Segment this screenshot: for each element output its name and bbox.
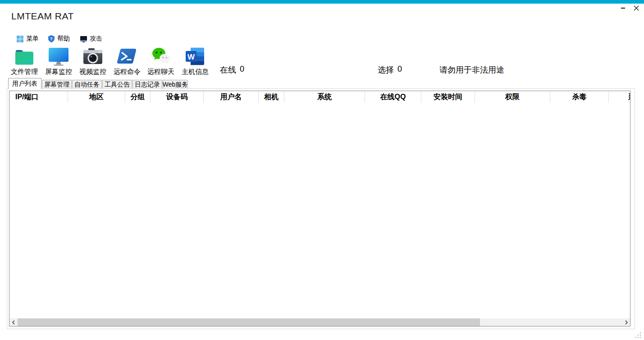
resize-grip-icon[interactable] <box>635 332 641 338</box>
user-list-table: IP/端口 地区 分组 设备码 用户名 相机 系统 在线QQ 安装时间 权限 杀… <box>9 91 630 326</box>
table-body-empty <box>9 103 630 318</box>
folder-icon <box>14 46 35 67</box>
column-header-camera[interactable]: 相机 <box>259 91 284 103</box>
toolbar-video-monitor-button[interactable]: 视频监控 <box>78 46 107 75</box>
scrollbar-thumb[interactable] <box>18 318 480 326</box>
scroll-left-button[interactable] <box>9 318 17 326</box>
column-header-region[interactable]: 地区 <box>68 91 125 103</box>
monitor-icon <box>48 46 69 67</box>
windows-logo-icon <box>16 35 24 42</box>
tab-label: 用户列表 <box>12 80 37 88</box>
horizontal-scrollbar[interactable] <box>9 318 630 326</box>
menu-item-attack[interactable]: 攻击 <box>80 34 102 43</box>
toolbar-host-info-button[interactable]: W 主机信息 <box>181 46 210 75</box>
toolbar-item-label: 屏幕监控 <box>45 68 72 75</box>
close-icon <box>634 5 639 11</box>
menu-item-label: 攻击 <box>90 35 102 43</box>
toolbar-item-label: 主机信息 <box>182 68 209 75</box>
column-header-online-qq[interactable]: 在线QQ <box>365 91 421 103</box>
tab-label: 自动任务 <box>74 81 100 89</box>
window-controls <box>618 4 641 13</box>
toolbar-screen-monitor-button[interactable]: 屏幕监控 <box>44 46 73 75</box>
selected-status: 选择 0 <box>378 64 402 75</box>
online-label: 在线 <box>220 64 236 75</box>
tab-log[interactable]: 日志记录 <box>132 80 162 89</box>
tab-user-list[interactable]: 用户列表 <box>8 78 41 89</box>
tab-label: Web服务 <box>163 81 188 89</box>
scroll-right-button[interactable] <box>622 318 630 326</box>
menu-item-label: 帮助 <box>57 35 70 43</box>
column-header-latency[interactable]: 延迟 <box>609 91 630 103</box>
tab-label: 工具公告 <box>105 81 130 89</box>
tab-label: 日志记录 <box>135 81 160 89</box>
toolbar-item-label: 文件管理 <box>11 68 38 75</box>
toolbar-item-label: 视频监控 <box>79 68 106 75</box>
toolbar-remote-command-button[interactable]: 远程命令 <box>113 46 142 75</box>
tab-tool-announcement[interactable]: 工具公告 <box>102 80 132 89</box>
selected-count: 0 <box>397 64 402 75</box>
menu-item-help[interactable]: ? 帮助 <box>47 34 70 43</box>
tab-label: 屏幕管理 <box>44 81 69 89</box>
minimize-icon <box>621 8 625 9</box>
attack-monitor-icon <box>80 35 87 42</box>
toolbar-item-label: 远程聊天 <box>147 68 174 75</box>
toolbar-remote-chat-button[interactable]: 远程聊天 <box>146 46 175 75</box>
chevron-left-icon <box>12 320 15 325</box>
online-status: 在线 0 <box>220 64 244 75</box>
table-header-row: IP/端口 地区 分组 设备码 用户名 相机 系统 在线QQ 安装时间 权限 杀… <box>9 91 630 103</box>
window-title: LMTEAM RAT <box>11 11 74 22</box>
column-header-group[interactable]: 分组 <box>125 91 151 103</box>
tab-screen-management[interactable]: 屏幕管理 <box>42 80 72 89</box>
warning-text: 请勿用于非法用途 <box>439 64 504 75</box>
toolbar-file-manager-button[interactable]: 文件管理 <box>10 46 39 75</box>
chevron-right-icon <box>625 320 628 325</box>
close-button[interactable] <box>631 4 641 13</box>
powershell-icon <box>116 46 138 67</box>
menu-item-menu[interactable]: 菜单 <box>16 34 39 43</box>
camera-icon <box>82 46 104 67</box>
selected-label: 选择 <box>378 64 394 75</box>
column-header-install-time[interactable]: 安装时间 <box>421 91 475 103</box>
svg-text:W: W <box>187 53 195 61</box>
column-header-ip-port[interactable]: IP/端口 <box>9 91 68 103</box>
help-shield-icon: ? <box>47 35 55 42</box>
accent-bar <box>0 0 644 4</box>
wechat-icon <box>150 46 172 67</box>
column-header-antivirus[interactable]: 杀毒 <box>550 91 609 103</box>
tab-auto-task[interactable]: 自动任务 <box>72 80 102 89</box>
tab-web-service[interactable]: Web服务 <box>163 80 188 89</box>
column-header-system[interactable]: 系统 <box>284 91 365 103</box>
menu-item-label: 菜单 <box>26 35 39 43</box>
online-count: 0 <box>240 64 244 75</box>
word-icon: W <box>184 46 206 67</box>
svg-text:?: ? <box>50 36 53 41</box>
toolbar-item-label: 远程命令 <box>114 68 141 75</box>
minimize-button[interactable] <box>618 4 628 13</box>
column-header-permission[interactable]: 权限 <box>475 91 550 103</box>
column-header-username[interactable]: 用户名 <box>204 91 259 103</box>
tab-strip: 用户列表 屏幕管理 自动任务 工具公告 日志记录 Web服务 <box>8 78 188 89</box>
column-header-device-code[interactable]: 设备码 <box>151 91 204 103</box>
